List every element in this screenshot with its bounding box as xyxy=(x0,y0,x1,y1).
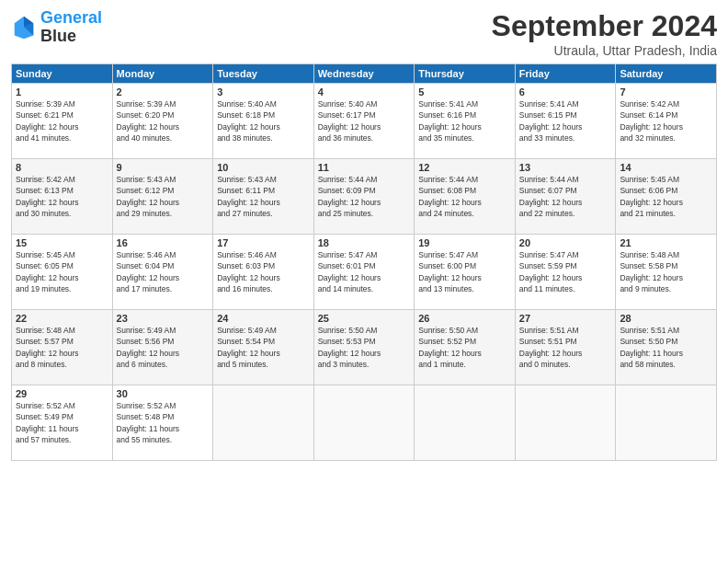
cell-line: Sunset: 6:01 PM xyxy=(318,260,411,271)
cell-line: and 40 minutes. xyxy=(117,132,210,144)
cell-content: Sunrise: 5:51 AMSunset: 5:51 PMDaylight:… xyxy=(519,325,612,370)
cell-line: Daylight: 12 hours xyxy=(519,348,612,359)
cell-line: and 58 minutes. xyxy=(620,359,712,370)
cell-line: and 25 minutes. xyxy=(318,208,411,219)
cell-line: Sunset: 6:00 PM xyxy=(418,260,511,271)
cell-line: and 1 minute. xyxy=(418,359,511,370)
cell-line: Daylight: 12 hours xyxy=(117,272,210,283)
cell-content: Sunrise: 5:47 AMSunset: 6:00 PMDaylight:… xyxy=(418,249,511,294)
calendar-cell: 27Sunrise: 5:51 AMSunset: 5:51 PMDayligh… xyxy=(515,310,616,385)
header-row: Sunday Monday Tuesday Wednesday Thursday… xyxy=(12,64,717,84)
calendar-table: Sunday Monday Tuesday Wednesday Thursday… xyxy=(11,63,717,461)
cell-content: Sunrise: 5:43 AMSunset: 6:11 PMDaylight:… xyxy=(217,174,310,219)
cell-content: Sunrise: 5:45 AMSunset: 6:05 PMDaylight:… xyxy=(16,249,108,294)
cell-line: Daylight: 12 hours xyxy=(519,197,612,208)
cell-line: and 14 minutes. xyxy=(318,283,411,294)
day-number: 3 xyxy=(217,86,310,98)
calendar-cell: 3Sunrise: 5:40 AMSunset: 6:18 PMDaylight… xyxy=(213,84,314,159)
cell-line: Daylight: 12 hours xyxy=(418,121,511,132)
cell-line: Sunrise: 5:42 AM xyxy=(16,174,108,185)
cell-line: Sunrise: 5:47 AM xyxy=(519,249,612,260)
cell-line: and 21 minutes. xyxy=(620,208,712,219)
cell-line: Sunset: 6:17 PM xyxy=(318,109,411,121)
cell-line: Daylight: 12 hours xyxy=(418,348,511,359)
day-number: 25 xyxy=(318,313,411,324)
cell-line: and 11 minutes. xyxy=(519,283,612,294)
day-number: 12 xyxy=(418,162,511,173)
day-number: 5 xyxy=(418,86,511,98)
calendar-cell: 16Sunrise: 5:46 AMSunset: 6:04 PMDayligh… xyxy=(112,235,213,310)
cell-line: Daylight: 11 hours xyxy=(117,423,210,434)
cell-line: and 22 minutes. xyxy=(519,208,612,219)
calendar-cell: 13Sunrise: 5:44 AMSunset: 6:07 PMDayligh… xyxy=(515,159,616,235)
day-number: 4 xyxy=(318,86,411,98)
calendar-week-4: 22Sunrise: 5:48 AMSunset: 5:57 PMDayligh… xyxy=(12,310,717,385)
cell-line: and 24 minutes. xyxy=(418,208,511,219)
day-number: 29 xyxy=(16,388,108,399)
cell-line: and 13 minutes. xyxy=(418,283,511,294)
cell-line: Sunset: 6:04 PM xyxy=(117,260,210,271)
cell-line: Sunset: 6:11 PM xyxy=(217,185,310,196)
cell-line: Daylight: 12 hours xyxy=(519,272,612,283)
cell-line: and 19 minutes. xyxy=(16,283,108,294)
cell-line: and 29 minutes. xyxy=(117,208,210,219)
cell-line: Sunrise: 5:47 AM xyxy=(418,249,511,260)
cell-line: and 41 minutes. xyxy=(16,132,108,144)
cell-line: Sunset: 6:09 PM xyxy=(318,185,411,196)
cell-content: Sunrise: 5:52 AMSunset: 5:48 PMDaylight:… xyxy=(117,400,210,445)
cell-line: Sunrise: 5:44 AM xyxy=(519,174,612,185)
cell-line: Sunset: 5:51 PM xyxy=(519,336,612,347)
cell-line: and 16 minutes. xyxy=(217,283,310,294)
calendar-cell xyxy=(415,385,516,461)
cell-line: Sunrise: 5:45 AM xyxy=(16,249,108,260)
cell-line: Daylight: 12 hours xyxy=(318,121,411,132)
calendar-cell xyxy=(213,385,314,461)
day-number: 2 xyxy=(117,86,210,98)
cell-line: Sunset: 6:21 PM xyxy=(16,109,108,121)
day-number: 30 xyxy=(117,388,210,399)
cell-line: Daylight: 12 hours xyxy=(519,121,612,132)
cell-content: Sunrise: 5:49 AMSunset: 5:54 PMDaylight:… xyxy=(217,325,310,370)
cell-content: Sunrise: 5:45 AMSunset: 6:06 PMDaylight:… xyxy=(620,174,712,219)
cell-line: Sunset: 5:50 PM xyxy=(620,336,712,347)
calendar-cell: 29Sunrise: 5:52 AMSunset: 5:49 PMDayligh… xyxy=(12,385,113,461)
cell-content: Sunrise: 5:40 AMSunset: 6:18 PMDaylight:… xyxy=(217,98,310,144)
cell-line: Sunrise: 5:46 AM xyxy=(217,249,310,260)
cell-line: Daylight: 12 hours xyxy=(318,272,411,283)
cell-line: Sunrise: 5:50 AM xyxy=(418,325,511,336)
col-thursday: Thursday xyxy=(415,64,516,84)
cell-line: Sunset: 6:05 PM xyxy=(16,260,108,271)
cell-content: Sunrise: 5:48 AMSunset: 5:58 PMDaylight:… xyxy=(620,249,712,294)
cell-content: Sunrise: 5:48 AMSunset: 5:57 PMDaylight:… xyxy=(16,325,108,370)
day-number: 21 xyxy=(620,237,712,248)
day-number: 15 xyxy=(16,237,108,248)
calendar-cell: 24Sunrise: 5:49 AMSunset: 5:54 PMDayligh… xyxy=(213,310,314,385)
calendar-cell: 20Sunrise: 5:47 AMSunset: 5:59 PMDayligh… xyxy=(515,235,616,310)
day-number: 7 xyxy=(620,86,712,98)
cell-line: Sunrise: 5:41 AM xyxy=(418,98,511,109)
calendar-cell: 8Sunrise: 5:42 AMSunset: 6:13 PMDaylight… xyxy=(12,159,113,235)
cell-content: Sunrise: 5:50 AMSunset: 5:53 PMDaylight:… xyxy=(318,325,411,370)
logo-icon xyxy=(11,15,37,40)
cell-line: Sunset: 5:49 PM xyxy=(16,411,108,422)
calendar-cell: 17Sunrise: 5:46 AMSunset: 6:03 PMDayligh… xyxy=(213,235,314,310)
logo-text: General Blue xyxy=(40,9,102,46)
cell-content: Sunrise: 5:47 AMSunset: 6:01 PMDaylight:… xyxy=(318,249,411,294)
page: General Blue September 2024 Utraula, Utt… xyxy=(0,0,728,563)
cell-line: Sunrise: 5:46 AM xyxy=(117,249,210,260)
cell-line: Sunset: 6:18 PM xyxy=(217,109,310,121)
cell-line: Sunrise: 5:41 AM xyxy=(519,98,612,109)
cell-line: Daylight: 12 hours xyxy=(217,272,310,283)
cell-line: and 33 minutes. xyxy=(519,132,612,144)
cell-line: Sunrise: 5:39 AM xyxy=(16,98,108,109)
day-number: 20 xyxy=(519,237,612,248)
cell-content: Sunrise: 5:46 AMSunset: 6:03 PMDaylight:… xyxy=(217,249,310,294)
day-number: 22 xyxy=(16,313,108,324)
cell-line: Daylight: 12 hours xyxy=(318,197,411,208)
calendar-cell xyxy=(313,385,415,461)
day-number: 1 xyxy=(16,86,108,98)
cell-line: and 36 minutes. xyxy=(318,132,411,144)
calendar-cell: 30Sunrise: 5:52 AMSunset: 5:48 PMDayligh… xyxy=(112,385,213,461)
calendar-cell: 18Sunrise: 5:47 AMSunset: 6:01 PMDayligh… xyxy=(313,235,415,310)
day-number: 16 xyxy=(117,237,210,248)
